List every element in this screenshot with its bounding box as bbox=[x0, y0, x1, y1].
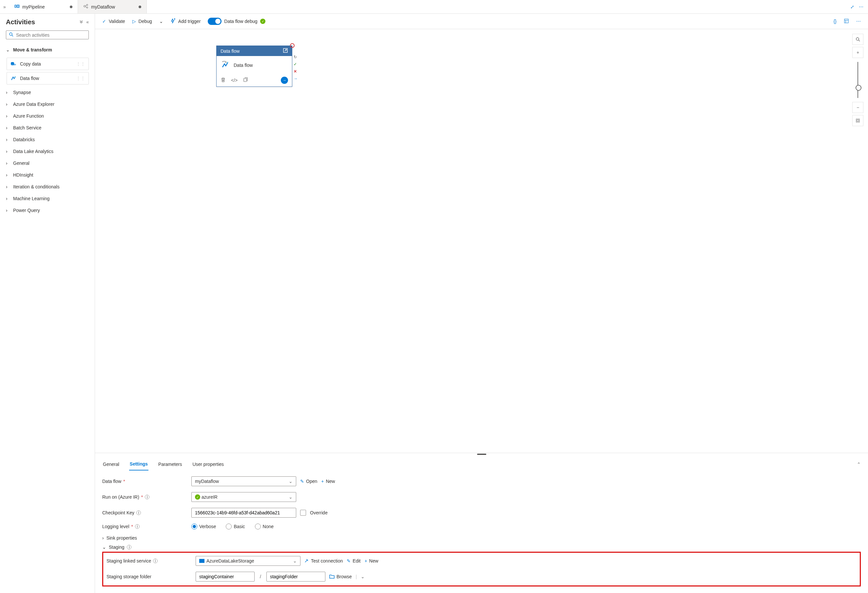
panel-resize-handle[interactable] bbox=[95, 453, 868, 456]
external-link-icon[interactable] bbox=[283, 48, 288, 54]
edit-link[interactable]: ✎Edit bbox=[347, 558, 360, 563]
more-icon[interactable]: ⋯ bbox=[856, 19, 861, 24]
staging-folder-input[interactable] bbox=[266, 572, 325, 581]
fit-screen-icon[interactable] bbox=[852, 115, 864, 126]
status-ok-icon: ✓ bbox=[260, 19, 266, 24]
new-link[interactable]: +New bbox=[365, 558, 378, 563]
tab-general[interactable]: General bbox=[102, 458, 120, 470]
collapse-left-icon[interactable]: « bbox=[86, 19, 89, 25]
info-icon[interactable]: i bbox=[145, 495, 149, 499]
staging-container-input[interactable] bbox=[196, 572, 255, 581]
checkpoint-input[interactable] bbox=[191, 508, 296, 518]
category-item[interactable]: ›Synapse bbox=[6, 87, 89, 98]
search-activities[interactable] bbox=[6, 31, 89, 39]
staging-section[interactable]: ⌄ Staging i bbox=[102, 544, 861, 550]
tab-parameters[interactable]: Parameters bbox=[158, 458, 183, 470]
storage-icon bbox=[199, 559, 204, 563]
more-icon[interactable]: ⋯ bbox=[859, 4, 864, 9]
search-input[interactable] bbox=[16, 32, 86, 38]
tab-user-properties[interactable]: User properties bbox=[192, 458, 224, 470]
category-item[interactable]: ›General bbox=[6, 157, 89, 169]
forward-icon[interactable]: → bbox=[294, 76, 298, 81]
activity-copy-data[interactable]: Copy data ⋮⋮ bbox=[7, 58, 89, 70]
logging-label: Logging level bbox=[102, 524, 130, 529]
add-trigger-button[interactable]: Add trigger bbox=[170, 18, 201, 25]
logging-basic[interactable]: Basic bbox=[226, 524, 245, 530]
zoom-out-icon[interactable]: − bbox=[852, 102, 864, 113]
folder-icon bbox=[329, 574, 335, 580]
chevrons-icon[interactable] bbox=[79, 19, 84, 25]
category-item[interactable]: ›Iteration & conditionals bbox=[6, 181, 89, 193]
svg-rect-14 bbox=[244, 78, 247, 81]
open-link[interactable]: ✎Open bbox=[300, 479, 317, 484]
test-connection-link[interactable]: Test connection bbox=[304, 558, 343, 564]
check-icon: ✓ bbox=[102, 19, 106, 24]
info-icon[interactable]: i bbox=[136, 510, 141, 515]
category-item[interactable]: ›HDInsight bbox=[6, 169, 89, 181]
info-icon[interactable]: i bbox=[135, 524, 140, 529]
zoom-in-icon[interactable]: + bbox=[852, 47, 864, 58]
chevron-right-icon: › bbox=[6, 125, 10, 130]
fail-icon[interactable]: ✕ bbox=[294, 69, 298, 74]
search-canvas-icon[interactable] bbox=[852, 34, 864, 45]
chevron-right-icon: › bbox=[6, 149, 10, 154]
arrow-right-icon[interactable]: → bbox=[281, 77, 288, 84]
logging-verbose[interactable]: Verbose bbox=[191, 524, 216, 530]
code-icon[interactable]: </> bbox=[231, 78, 238, 83]
validate-button[interactable]: ✓ Validate bbox=[102, 19, 125, 24]
info-icon[interactable]: i bbox=[153, 559, 158, 563]
tab-settings[interactable]: Settings bbox=[129, 458, 148, 471]
properties-icon[interactable] bbox=[844, 18, 849, 25]
browse-dropdown[interactable]: ⌄ bbox=[361, 574, 365, 579]
activity-label: Copy data bbox=[20, 61, 41, 66]
category-item[interactable]: ›Azure Data Explorer bbox=[6, 98, 89, 110]
activity-data-flow[interactable]: Data flow ⋮⋮ bbox=[7, 72, 89, 84]
category-item[interactable]: ›Azure Function bbox=[6, 110, 89, 122]
play-icon: ▷ bbox=[132, 19, 136, 24]
trigger-icon bbox=[170, 18, 176, 25]
dataflow-node[interactable]: Data flow Data flow </> bbox=[216, 46, 292, 87]
svg-point-4 bbox=[87, 4, 88, 6]
copy-icon[interactable] bbox=[243, 77, 248, 84]
zoom-slider[interactable] bbox=[858, 62, 858, 98]
redo-icon[interactable]: ↻ bbox=[294, 55, 298, 59]
dataflow-debug-toggle[interactable]: Data flow debug ✓ bbox=[208, 18, 265, 25]
tab-pipeline[interactable]: myPipeline bbox=[9, 0, 78, 13]
copy-data-icon bbox=[10, 60, 17, 67]
sink-properties-section[interactable]: › Sink properties bbox=[102, 535, 861, 541]
run-on-select[interactable]: ✓ azureIR⌄ bbox=[191, 492, 296, 502]
logging-none[interactable]: None bbox=[255, 524, 274, 530]
grip-icon: ⋮⋮ bbox=[76, 61, 85, 66]
node-status-icon bbox=[290, 43, 295, 48]
dataflow-select[interactable]: myDataflow⌄ bbox=[191, 476, 296, 486]
radio-icon bbox=[226, 524, 232, 530]
category-item[interactable]: ›Databricks bbox=[6, 134, 89, 146]
new-link[interactable]: +New bbox=[321, 479, 335, 484]
chevron-right-icon: › bbox=[6, 102, 10, 107]
category-move-transform[interactable]: ⌄ Move & transform bbox=[6, 44, 89, 56]
category-item[interactable]: ›Data Lake Analytics bbox=[6, 146, 89, 157]
node-side-actions: ↻ ✓ ✕ → bbox=[294, 55, 298, 81]
toggle-switch bbox=[208, 18, 221, 25]
plug-icon bbox=[304, 558, 309, 564]
info-icon[interactable]: i bbox=[127, 545, 131, 549]
node-subtitle: Data flow bbox=[234, 63, 252, 68]
maximize-icon[interactable]: ⤢ bbox=[850, 4, 854, 9]
expand-left-icon[interactable]: » bbox=[0, 0, 9, 13]
debug-dropdown[interactable]: ⌄ bbox=[159, 19, 163, 24]
staging-linked-select[interactable]: AzureDataLakeStorage⌄ bbox=[196, 556, 300, 566]
browse-link[interactable]: Browse bbox=[329, 574, 352, 580]
category-item[interactable]: ›Machine Learning bbox=[6, 193, 89, 204]
json-icon[interactable]: {} bbox=[834, 19, 837, 24]
success-icon[interactable]: ✓ bbox=[294, 62, 298, 66]
category-item[interactable]: ›Batch Service bbox=[6, 122, 89, 134]
tab-dataflow[interactable]: myDataflow bbox=[78, 0, 147, 13]
chevron-right-icon: › bbox=[6, 137, 10, 142]
delete-icon[interactable] bbox=[220, 77, 226, 84]
category-item[interactable]: ›Power Query bbox=[6, 204, 89, 216]
collapse-panel-icon[interactable]: ⌃ bbox=[857, 462, 861, 467]
debug-button[interactable]: ▷ Debug bbox=[132, 19, 152, 24]
chevron-right-icon: › bbox=[102, 535, 104, 541]
override-checkbox[interactable] bbox=[300, 510, 306, 516]
pipeline-canvas[interactable]: Data flow Data flow </> bbox=[95, 29, 868, 453]
